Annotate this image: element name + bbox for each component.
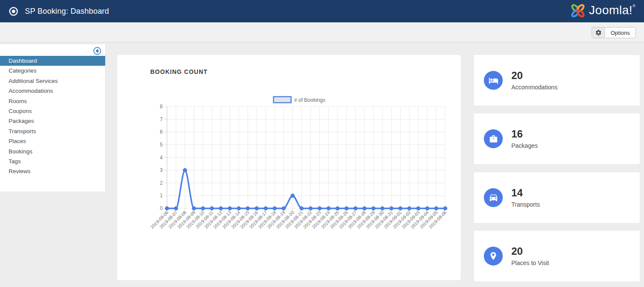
stat-card-transports: 14 Transports	[474, 172, 640, 223]
sidebar-item-label: Tags	[9, 158, 21, 165]
options-button[interactable]: Options	[592, 27, 636, 38]
joomla-mark-icon	[570, 3, 586, 20]
sidebar-item-label: Transports	[9, 128, 36, 134]
sidebar-menu: Dashboard Categories Additional Services…	[0, 56, 105, 177]
car-icon	[484, 188, 503, 207]
joomla-registered-mark: ®	[632, 4, 635, 8]
svg-text:# of Bookings: # of Bookings	[294, 97, 325, 103]
stat-value: 20	[511, 70, 557, 81]
svg-text:1: 1	[160, 192, 163, 198]
booking-chart-svg: 0123456782019-08-062019-08-072019-08-082…	[117, 92, 461, 246]
svg-text:5: 5	[160, 142, 163, 148]
svg-text:0: 0	[160, 205, 163, 211]
sidebar-item-label: Accommodations	[9, 88, 53, 94]
briefcase-icon	[484, 129, 503, 148]
stat-card-accommodations: 20 Accommodations	[474, 55, 640, 106]
svg-text:8: 8	[160, 104, 163, 110]
sidebar-item-rooms[interactable]: Rooms	[0, 96, 105, 106]
chart-title: BOOKING COUNT	[150, 68, 208, 75]
sidebar-item-tags[interactable]: Tags	[0, 156, 105, 166]
sidebar-item-label: Coupons	[9, 108, 32, 114]
sidebar: Dashboard Categories Additional Services…	[0, 44, 106, 192]
stat-text: 14 Transports	[511, 187, 540, 208]
stat-text: 20 Places to Visit	[511, 246, 549, 266]
svg-text:2: 2	[160, 180, 163, 186]
stat-label: Transports	[511, 201, 540, 208]
sidebar-item-coupons[interactable]: Coupons	[0, 106, 105, 116]
joomla-logo-text: Joomla!	[589, 2, 633, 18]
stats-column: 20 Accommodations 16 Packages 14 Transpo…	[474, 55, 640, 287]
stat-label: Packages	[511, 142, 538, 149]
toolbar: Options	[0, 22, 644, 43]
sidebar-item-label: Rooms	[9, 98, 27, 104]
options-button-label[interactable]: Options	[605, 27, 635, 38]
svg-text:7: 7	[160, 116, 163, 122]
stat-value: 14	[511, 187, 540, 198]
stat-text: 20 Accommodations	[511, 70, 557, 91]
stat-label: Places to Visit	[511, 260, 549, 266]
sidebar-item-label: Categories	[9, 67, 36, 74]
stat-card-packages: 16 Packages	[474, 113, 640, 164]
sidebar-item-places[interactable]: Places	[0, 136, 105, 146]
stat-value: 16	[511, 128, 538, 140]
joomla-logo: Joomla! ®	[570, 2, 635, 20]
gear-icon[interactable]	[592, 27, 605, 38]
sidebar-item-additional-services[interactable]: Additional Services	[0, 76, 105, 86]
admin-header: SP Booking: Dashboard Joomla! ®	[0, 0, 644, 22]
sidebar-item-reviews[interactable]: Reviews	[0, 166, 105, 176]
component-icon	[9, 6, 18, 16]
sidebar-item-bookings[interactable]: Bookings	[0, 147, 105, 156]
svg-text:4: 4	[160, 155, 163, 161]
svg-text:6: 6	[160, 129, 163, 135]
page-title: SP Booking: Dashboard	[25, 7, 109, 16]
stat-card-places-to-visit: 20 Places to Visit	[474, 231, 640, 281]
sidebar-item-categories[interactable]: Categories	[0, 66, 105, 76]
sidebar-item-label: Additional Services	[9, 78, 58, 84]
sidebar-item-label: Dashboard	[9, 58, 37, 64]
header-left: SP Booking: Dashboard	[9, 6, 109, 16]
stat-label: Accommodations	[511, 84, 557, 91]
stat-text: 16 Packages	[511, 128, 538, 149]
stat-value: 20	[511, 246, 549, 257]
collapse-sidebar-icon[interactable]	[93, 47, 101, 55]
sidebar-item-dashboard[interactable]: Dashboard	[0, 56, 105, 66]
booking-count-card: BOOKING COUNT 0123456782019-08-062019-08…	[117, 55, 461, 280]
map-pin-icon	[484, 247, 503, 266]
sidebar-item-label: Reviews	[9, 168, 30, 174]
sidebar-item-label: Places	[9, 138, 26, 144]
sidebar-item-label: Packages	[9, 118, 34, 124]
sidebar-item-transports[interactable]: Transports	[0, 126, 105, 136]
sidebar-item-accommodations[interactable]: Accommodations	[0, 86, 105, 96]
bed-icon	[484, 71, 503, 90]
sidebar-item-label: Bookings	[9, 148, 33, 155]
svg-text:3: 3	[160, 167, 163, 173]
sidebar-item-packages[interactable]: Packages	[0, 116, 105, 126]
